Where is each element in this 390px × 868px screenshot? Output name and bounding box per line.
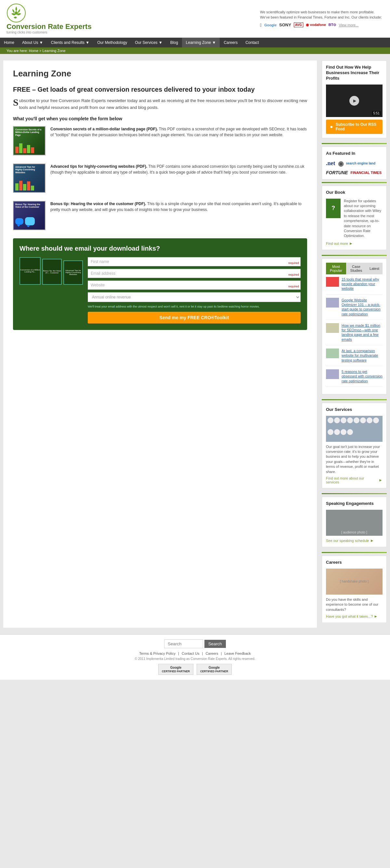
footer-careers-link[interactable]: Careers <box>205 651 218 655</box>
bar <box>27 145 30 153</box>
nav-link-methodology[interactable]: Our Methodology <box>93 38 131 48</box>
intro-text: S ubscribe to your free Conversion Rate … <box>13 97 307 111</box>
careers-hands: [ handshake photo ] <box>340 580 368 583</box>
book-cover: ? <box>326 198 340 218</box>
website-row: required <box>88 281 301 292</box>
person-icon <box>347 429 353 435</box>
search-button[interactable]: Search <box>204 640 226 648</box>
send-button[interactable]: Send me my FREE CRO®Toolkit <box>88 312 301 323</box>
popular-link-4[interactable]: At last, a comparison website for multiv… <box>342 348 383 363</box>
bar <box>15 147 19 153</box>
website-input[interactable] <box>88 281 301 290</box>
nav-link-home[interactable]: Home <box>0 38 18 48</box>
email-heading: Where should we email your download link… <box>20 245 301 252</box>
footer-links: Terms & Privacy Policy | Contact Us | Ca… <box>6 651 384 655</box>
person-icon <box>340 429 347 435</box>
nav-item-contact[interactable]: Contact <box>241 38 263 48</box>
popular-item-3: How we made $1 million for SEOmoz—with o… <box>326 323 383 345</box>
resource-item-2: Advanced Tips for Highly-Converting Webs… <box>13 163 307 193</box>
breadcrumb-home[interactable]: Home <box>29 49 38 53</box>
popular-link-3[interactable]: How we made $1 million for SEOmoz—with o… <box>342 323 383 342</box>
popular-link-2[interactable]: Google Website Optimizer 101 – a quick-s… <box>342 298 383 316</box>
revenue-select[interactable]: Annual online revenue <box>88 292 301 302</box>
nav-link-careers[interactable]: Careers <box>220 38 241 48</box>
tab-most-popular[interactable]: Most Popular <box>326 263 346 274</box>
book-thumb-1: Conversion of a Million Landing Pa... <box>20 257 41 285</box>
nav-item-clients[interactable]: Clients and Results ▼ <box>47 38 94 48</box>
sony-logo: SONY <box>279 23 291 27</box>
footer-terms-link[interactable]: Terms & Privacy Policy <box>139 651 175 655</box>
nav-item-home[interactable]: Home <box>0 38 18 48</box>
nav-item-services[interactable]: Our Services ▼ <box>131 38 166 48</box>
view-more-link[interactable]: View more... <box>339 23 358 27</box>
featured-logos:  Google SONY AVG ◉ vodafone BT⊙ View mo… <box>260 23 384 28</box>
person-icon <box>360 417 366 423</box>
careers-link[interactable]: Have you got what it takes...? ► <box>326 614 383 619</box>
nav-item-about[interactable]: About Us ▼ <box>18 38 47 48</box>
book-findout-link[interactable]: Find out more ► <box>326 241 383 246</box>
play-button[interactable] <box>349 96 359 106</box>
resource-thumb-2: Advanced Tips for Highly-Converting Webs… <box>13 163 45 193</box>
nav-item-blog[interactable]: Blog <box>166 38 182 48</box>
footer-feedback-link[interactable]: Leave Feedback <box>225 651 251 655</box>
tab-case-studies[interactable]: Case Studies <box>346 263 366 274</box>
popular-item-4: At last, a comparison website for multiv… <box>326 348 383 366</box>
nav-item-learning[interactable]: Learning Zone ▼ <box>182 38 220 48</box>
page-title: Learning Zone <box>13 69 307 79</box>
resource-item-1: Conversion Secrets of a Million-Dollar L… <box>13 126 307 155</box>
book-findout-label: Find out more <box>326 242 348 245</box>
logo-area: Conversion Rate Experts turning clicks i… <box>6 3 92 34</box>
thumb-bar-1 <box>15 145 43 153</box>
site-tagline: turning clicks into customers <box>6 31 47 34</box>
nav-item-careers[interactable]: Careers <box>220 38 241 48</box>
speech-bubble-2 <box>25 217 35 225</box>
nav-link-clients[interactable]: Clients and Results ▼ <box>47 38 94 48</box>
resource-thumb-3: Bonus Tip: Hearing the Voice of the Cust… <box>13 201 45 230</box>
resource-thumb-1: Conversion Secrets of a Million-Dollar L… <box>13 126 45 155</box>
popular-link-5[interactable]: 5 reasons to get obsessed with conversio… <box>342 369 383 383</box>
nav-item-methodology[interactable]: Our Methodology <box>93 38 131 48</box>
popular-link-1[interactable]: 15 tools that reveal why people abandon … <box>342 277 383 291</box>
firstname-required: required <box>288 261 299 265</box>
popular-item-5: 5 reasons to get obsessed with conversio… <box>326 369 383 387</box>
arrow-icon: ► <box>370 538 374 543</box>
tabs-row: Most Popular Case Studies Latest <box>326 263 383 274</box>
popular-item-2: Google Website Optimizer 101 – a quick-s… <box>326 298 383 320</box>
email-input[interactable] <box>88 269 301 278</box>
resource-title-2: Advanced tips for highly-converting webs… <box>51 164 147 169</box>
book-label-1: Conversion of a Million Landing Pa... <box>20 269 40 273</box>
popular-thumb-4 <box>326 348 339 358</box>
rss-label: Subscribe to Our RSS Feed <box>336 122 379 131</box>
nav-link-services[interactable]: Our Services ▼ <box>131 38 166 48</box>
email-form: required required required Annual online… <box>88 257 301 324</box>
nav-link-contact[interactable]: Contact <box>241 38 263 48</box>
footer-contact-link[interactable]: Contact Us <box>182 651 199 655</box>
search-input[interactable] <box>164 640 203 648</box>
email-row: required <box>88 269 301 281</box>
google-badge-2: GoogleCERTIFIED PARTNER <box>197 664 232 675</box>
bar <box>23 148 26 153</box>
services-desc: Our goal isn't just to increase your con… <box>326 444 383 474</box>
nav-link-about[interactable]: About Us ▼ <box>18 38 47 48</box>
arrow-icon: ► <box>379 478 383 483</box>
featured-logos-grid: .net ◉ search engine land FORTUNE FINANC… <box>326 160 383 175</box>
video-heading: Find Out How We Help Businesses Increase… <box>326 65 383 81</box>
nav-list: Home About Us ▼ Clients and Results ▼ Ou… <box>0 38 390 48</box>
subheading: What you'll get when you complete the fo… <box>13 116 307 121</box>
thumb-title-3: Bonus Tip: Hearing the Voice of the Cust… <box>15 203 43 209</box>
video-duration: 5:51 <box>372 111 381 116</box>
dotnet-logo: .net <box>326 160 335 167</box>
tab-latest[interactable]: Latest <box>366 263 383 274</box>
firstname-input[interactable] <box>88 257 301 266</box>
google-badges: GoogleCERTIFIED PARTNER GoogleCERTIFIED … <box>6 664 384 675</box>
speaking-link[interactable]: See our speaking schedule ► <box>326 538 383 543</box>
nav-link-learning[interactable]: Learning Zone ▼ <box>182 38 220 48</box>
rss-button[interactable]: ● Subscribe to Our RSS Feed <box>326 120 383 134</box>
video-thumbnail[interactable]: 5:51 <box>326 85 383 117</box>
person-icon <box>373 417 379 423</box>
services-link[interactable]: Find out more about our services ► <box>326 476 383 484</box>
breadcrumb-current: Learning Zone <box>42 49 66 53</box>
bar <box>15 183 19 190</box>
nav-link-blog[interactable]: Blog <box>166 38 182 48</box>
popular-thumb-3 <box>326 323 339 333</box>
